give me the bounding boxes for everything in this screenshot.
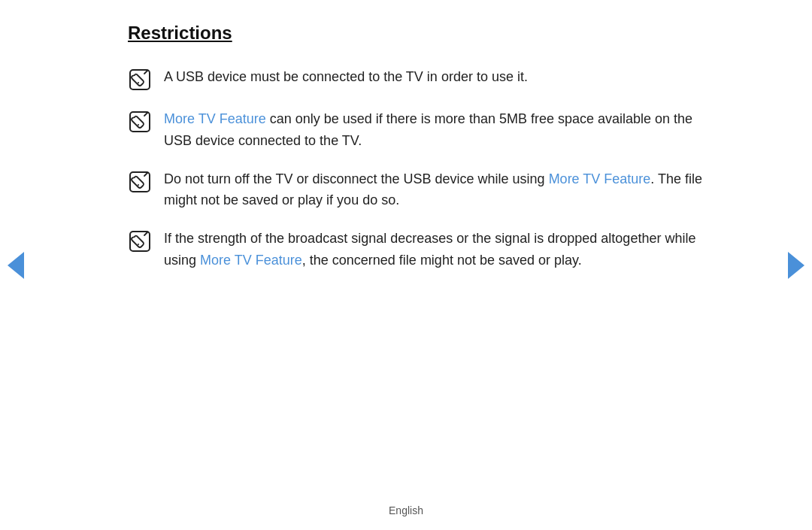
item-text-2: More TV Feature can only be used if ther…: [164, 108, 714, 152]
note-icon-3: [128, 170, 152, 194]
note-icon-1: [128, 68, 152, 92]
item-text-1: A USB device must be connected to the TV…: [164, 66, 528, 88]
list-item: More TV Feature can only be used if ther…: [128, 108, 714, 152]
highlight-more-tv-feature-4: More TV Feature: [200, 253, 302, 268]
svg-line-4: [144, 113, 147, 116]
content-area: Restrictions A USB device must be connec…: [83, 0, 729, 504]
svg-point-2: [138, 82, 139, 83]
svg-point-11: [138, 244, 139, 245]
highlight-more-tv-feature-3a: More TV Feature: [549, 171, 651, 186]
language-label: English: [389, 504, 423, 516]
svg-line-10: [144, 232, 147, 235]
note-icon-4: [128, 229, 152, 253]
page-title: Restrictions: [128, 23, 714, 44]
svg-point-5: [138, 124, 139, 126]
list-item: If the strength of the broadcast signal …: [128, 228, 714, 271]
next-page-button[interactable]: [788, 252, 804, 279]
svg-line-7: [144, 173, 147, 176]
item-text-3: Do not turn off the TV or disconnect the…: [164, 168, 714, 212]
prev-page-button[interactable]: [8, 252, 24, 279]
svg-line-1: [144, 71, 147, 74]
footer: English: [389, 504, 423, 530]
note-icon-2: [128, 110, 152, 134]
page-container: Restrictions A USB device must be connec…: [0, 0, 812, 530]
restrictions-list: A USB device must be connected to the TV…: [128, 66, 714, 271]
list-item: Do not turn off the TV or disconnect the…: [128, 168, 714, 212]
highlight-more-tv-feature-2: More TV Feature: [164, 111, 266, 126]
item-text-4: If the strength of the broadcast signal …: [164, 228, 714, 271]
list-item: A USB device must be connected to the TV…: [128, 66, 714, 92]
svg-point-8: [138, 184, 139, 186]
